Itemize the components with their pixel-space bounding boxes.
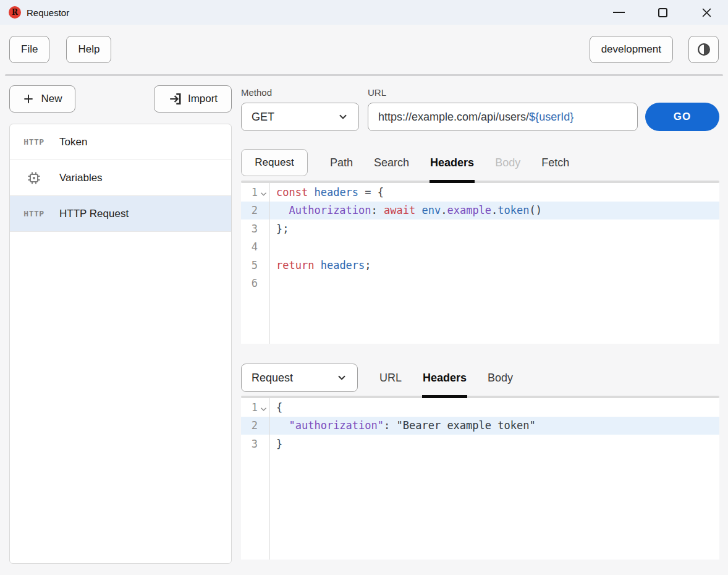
- code-token: [415, 204, 421, 216]
- line-number: 5: [241, 259, 269, 271]
- code-token: (): [530, 204, 542, 216]
- editor-line: 5return headers;: [241, 256, 719, 275]
- theme-toggle-button[interactable]: [688, 36, 719, 63]
- fold-icon[interactable]: [258, 187, 269, 197]
- main-panel: Method GET URL https://example.com/api/u…: [241, 85, 719, 564]
- chevron-down-icon: [336, 372, 347, 383]
- url-value: https://example.com/api/users/: [378, 111, 529, 124]
- code-token: example: [447, 204, 491, 216]
- code-line: }: [269, 438, 282, 450]
- tab-path[interactable]: Path: [320, 148, 363, 177]
- fold-spacer: [258, 424, 269, 428]
- code-token: return: [276, 259, 314, 271]
- code-token: :: [371, 204, 384, 216]
- line-number: 3: [241, 438, 269, 450]
- line-number-value: 5: [252, 259, 258, 271]
- list-item-variables[interactable]: Variables: [10, 160, 231, 196]
- go-button[interactable]: GO: [645, 103, 719, 131]
- tab-headers[interactable]: Headers: [412, 364, 477, 392]
- preview-source-select[interactable]: Request: [241, 364, 358, 392]
- editor-line: 4: [241, 238, 719, 257]
- http-badge: HTTP: [19, 137, 49, 147]
- code-token: = {: [358, 186, 384, 198]
- line-number-value: 1: [252, 186, 258, 198]
- minimize-button[interactable]: [603, 0, 634, 25]
- tab-headers[interactable]: Headers: [420, 148, 485, 177]
- code-token: await: [384, 204, 415, 216]
- tab-fetch[interactable]: Fetch: [531, 148, 580, 177]
- sidebar-actions: New Import: [9, 85, 232, 113]
- maximize-icon: [658, 8, 667, 17]
- window-controls: [590, 0, 728, 25]
- line-number: 6: [241, 277, 269, 289]
- http-badge: HTTP: [19, 209, 49, 218]
- request-preview-editor[interactable]: 1{2 "authorization": "Bearer example tok…: [241, 398, 719, 560]
- url-variable: ${userId}: [529, 111, 574, 124]
- sidebar: New Import HTTPTokenVariablesHTTPHTTP Re…: [9, 85, 232, 564]
- fold-spacer: [258, 281, 269, 286]
- chevron-down-icon: [337, 111, 349, 122]
- editor-line: 1{: [241, 398, 719, 417]
- code-token: headers: [321, 259, 365, 271]
- editor-line: 2 Authorization: await env.example.token…: [241, 202, 719, 220]
- code-token: "authorization": [289, 419, 384, 432]
- app-title: Requestor: [27, 7, 69, 18]
- code-token: :: [384, 419, 396, 432]
- code-line: const headers = {: [269, 186, 384, 198]
- code-line: {: [269, 401, 282, 414]
- code-token: const: [276, 186, 308, 198]
- code-token: .: [441, 204, 447, 216]
- request-button[interactable]: Request: [241, 149, 308, 176]
- close-icon: [701, 7, 713, 19]
- editor-line: 3}: [241, 435, 719, 453]
- code-token: };: [276, 223, 289, 235]
- import-button-label: Import: [188, 93, 218, 105]
- code-line: "authorization": "Bearer example token": [269, 419, 536, 432]
- tab-url[interactable]: URL: [369, 364, 412, 392]
- minimize-icon: [613, 12, 625, 13]
- method-value: GET: [252, 111, 274, 124]
- editor-line: 3};: [241, 219, 719, 238]
- list-item-label: HTTP Request: [59, 208, 129, 220]
- line-number-value: 1: [252, 401, 258, 414]
- request-tabs: PathSearchHeadersBodyFetch: [320, 148, 580, 177]
- code-token: [276, 419, 289, 432]
- editor-line: 1const headers = {: [241, 183, 719, 202]
- fold-icon[interactable]: [258, 402, 269, 412]
- line-number: 1: [241, 401, 269, 414]
- code-line: };: [269, 223, 289, 235]
- fold-spacer: [258, 441, 269, 446]
- line-number-value: 2: [252, 204, 258, 216]
- import-button[interactable]: Import: [154, 85, 232, 113]
- list-item-http-request[interactable]: HTTPHTTP Request: [10, 196, 231, 232]
- preview-tabs: URLHeadersBody: [369, 364, 523, 392]
- new-request-button[interactable]: New: [9, 85, 75, 113]
- tab-body[interactable]: Body: [477, 364, 523, 392]
- new-button-label: New: [41, 93, 62, 105]
- toolbar: File Help development: [0, 25, 728, 74]
- line-number-value: 2: [252, 419, 258, 432]
- tab-search[interactable]: Search: [363, 148, 420, 177]
- method-select[interactable]: GET: [241, 103, 359, 131]
- line-number-value: 4: [252, 241, 258, 253]
- plus-icon: [22, 93, 35, 105]
- code-token: {: [276, 401, 282, 414]
- url-input[interactable]: https://example.com/api/users/${userId}: [368, 103, 638, 131]
- headers-script-editor[interactable]: 1const headers = {2 Authorization: await…: [241, 183, 719, 344]
- environment-button[interactable]: development: [590, 36, 673, 63]
- preview-source-value: Request: [252, 372, 293, 385]
- list-item-token[interactable]: HTTPToken: [10, 124, 231, 160]
- code-token: "Bearer example token": [397, 419, 536, 432]
- help-menu-button[interactable]: Help: [66, 36, 111, 63]
- code-token: env: [421, 204, 441, 216]
- url-group: URL https://example.com/api/users/${user…: [368, 85, 638, 131]
- app-logo-icon: R: [9, 6, 21, 19]
- fold-spacer: [258, 226, 269, 231]
- file-menu-button[interactable]: File: [9, 36, 49, 63]
- list-item-label: Token: [59, 136, 87, 148]
- line-number: 2: [241, 419, 269, 432]
- line-number: 3: [241, 223, 269, 235]
- close-button[interactable]: [691, 0, 722, 25]
- line-number: 2: [241, 204, 269, 216]
- maximize-button[interactable]: [647, 0, 678, 25]
